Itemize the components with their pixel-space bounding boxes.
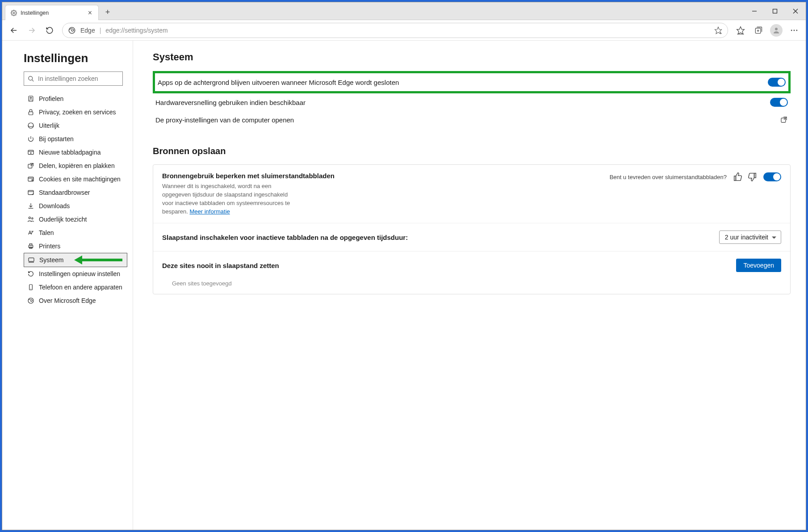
download-icon [27, 202, 35, 209]
sidebar-item-label: Instellingen opnieuw instellen [39, 270, 120, 277]
address-bar[interactable]: Edge | edge://settings/system [62, 23, 610, 38]
main-content: Systeem Apps op de achtergrond blijven u… [133, 41, 610, 401]
svg-rect-33 [28, 190, 33, 194]
browser-icon [27, 189, 35, 196]
titlebar: Instellingen × + [2, 2, 610, 20]
printer-icon [27, 243, 35, 250]
sidebar-item-label: Ouderlijk toezicht [39, 216, 87, 223]
sidebar-item-label: Downloads [39, 202, 70, 209]
sidebar-item-share[interactable]: Delen, kopiëren en plakken [2, 159, 133, 172]
never-sleep-label: Deze sites nooit in slaapstand zetten [162, 262, 610, 269]
sidebar-item-printers[interactable]: Printers [2, 239, 133, 253]
svg-point-0 [13, 12, 15, 14]
feedback-question: Bent u tevreden over sluimerstandtabblad… [610, 174, 610, 180]
page-body: Instellingen Profielen Privacy, zoeken e… [2, 41, 610, 401]
setting-label: Apps op de achtergrond blijven uitvoeren… [158, 79, 399, 86]
search-icon [28, 75, 34, 82]
never-sleep-empty: Geen sites toegevoegd [162, 278, 610, 287]
sidebar-item-label: Privacy, zoeken en services [39, 109, 116, 116]
browser-window: Instellingen × + Edge | edge://settings/… [2, 2, 610, 401]
sidebar-item-label: Printers [39, 243, 60, 250]
more-info-link[interactable]: Meer informatie [189, 208, 230, 215]
sidebar-item-label: Telefoon en andere apparaten [39, 284, 122, 291]
sidebar-item-newtab[interactable]: Nieuwe tabbladpagina [2, 146, 133, 159]
reset-icon [27, 270, 35, 277]
svg-point-22 [30, 97, 31, 98]
close-tab-icon[interactable]: × [86, 9, 94, 17]
tab-title: Instellingen [21, 10, 49, 16]
svg-rect-40 [29, 244, 32, 245]
sidebar-item-cookies[interactable]: Cookies en site machtigingen [2, 172, 133, 186]
sidebar-nav: Profielen Privacy, zoeken en services Ui… [2, 90, 133, 307]
newtab-icon [27, 149, 35, 156]
sidebar-item-label: Bij opstarten [39, 135, 74, 142]
address-url: edge://settings/system [105, 27, 167, 34]
sidebar-item-label: Over Microsoft Edge [39, 297, 96, 304]
setting-proxy[interactable]: De proxy-instellingen van de computer op… [153, 111, 610, 128]
sidebar-item-startup[interactable]: Bij opstarten [2, 132, 133, 146]
forward-button[interactable] [24, 22, 40, 38]
setting-label: De proxy-instellingen van de computer op… [155, 116, 294, 124]
sleep-timeout-row: Slaapstand inschakelen voor inactieve ta… [153, 223, 610, 251]
phone-icon [27, 284, 35, 291]
sidebar-item-profiles[interactable]: Profielen [2, 92, 133, 105]
sidebar: Instellingen Profielen Privacy, zoeken e… [2, 41, 133, 401]
family-icon [27, 216, 35, 223]
sleeping-tabs-title: Bronnengebruik beperken met sluimerstand… [162, 172, 603, 180]
address-label: Edge [80, 27, 95, 34]
settings-search[interactable] [24, 71, 123, 86]
svg-rect-42 [29, 258, 34, 261]
gear-icon [11, 10, 17, 16]
lock-icon [27, 109, 35, 116]
address-separator: | [100, 27, 101, 34]
settings-search-input[interactable] [38, 75, 119, 82]
sidebar-item-family[interactable]: Ouderlijk toezicht [2, 213, 133, 226]
sleeping-tabs-card: Bronnengebruik beperken met sluimerstand… [153, 164, 610, 294]
sidebar-item-about[interactable]: Over Microsoft Edge [2, 294, 133, 307]
sidebar-item-system[interactable]: Systeem [24, 253, 127, 267]
sidebar-item-label: Delen, kopiëren en plakken [39, 162, 115, 169]
sidebar-item-downloads[interactable]: Downloads [2, 199, 133, 213]
sleeping-tabs-desc: Wanneer dit is ingeschakeld, wordt na ee… [162, 182, 301, 216]
sleeping-tabs-row: Bronnengebruik beperken met sluimerstand… [153, 165, 610, 223]
svg-point-46 [28, 298, 33, 303]
sidebar-title: Instellingen [2, 51, 133, 71]
new-tab-button[interactable]: + [99, 5, 117, 20]
sidebar-item-label: Profielen [39, 95, 63, 102]
languages-icon [27, 229, 35, 236]
cookies-icon [27, 176, 35, 183]
toolbar: Edge | edge://settings/system [2, 20, 610, 41]
setting-label: Hardwareversnelling gebruiken indien bes… [155, 99, 306, 106]
sidebar-item-privacy[interactable]: Privacy, zoeken en services [2, 105, 133, 119]
browser-tab[interactable]: Instellingen × [5, 5, 99, 20]
sidebar-item-label: Talen [39, 229, 54, 236]
sidebar-item-default-browser[interactable]: Standaardbrowser [2, 186, 133, 199]
sidebar-item-label: Nieuwe tabbladpagina [39, 149, 101, 156]
svg-point-37 [32, 218, 33, 219]
sidebar-item-label: Uiterlijk [39, 122, 59, 129]
system-icon [28, 256, 36, 264]
resources-heading: Bronnen opslaan [153, 146, 610, 156]
feedback-group: Bent u tevreden over sluimerstandtabblad… [610, 172, 610, 182]
svg-point-24 [28, 123, 33, 128]
sidebar-item-label: Cookies en site machtigingen [39, 176, 121, 183]
sleep-timeout-label: Slaapstand inschakelen voor inactieve ta… [162, 234, 610, 241]
setting-background-apps: Apps op de achtergrond blijven uitvoeren… [153, 71, 610, 93]
edge-icon [68, 26, 76, 34]
sidebar-item-phone[interactable]: Telefoon en andere apparaten [2, 281, 133, 294]
svg-point-36 [29, 217, 30, 219]
refresh-button[interactable] [42, 22, 58, 38]
sidebar-item-appearance[interactable]: Uiterlijk [2, 119, 133, 132]
svg-point-19 [29, 76, 33, 80]
svg-point-32 [32, 180, 33, 181]
edge-logo-icon [27, 297, 35, 304]
annotation-arrow [74, 256, 122, 264]
sidebar-item-languages[interactable]: Talen [2, 226, 133, 239]
sidebar-item-label: Standaardbrowser [39, 189, 90, 196]
svg-rect-23 [29, 112, 33, 115]
back-button[interactable] [6, 22, 22, 38]
never-sleep-row: Deze sites nooit in slaapstand zetten To… [153, 251, 610, 294]
sidebar-item-reset[interactable]: Instellingen opnieuw instellen [2, 267, 133, 281]
setting-hardware-accel: Hardwareversnelling gebruiken indien bes… [153, 93, 610, 111]
share-icon [27, 162, 35, 169]
